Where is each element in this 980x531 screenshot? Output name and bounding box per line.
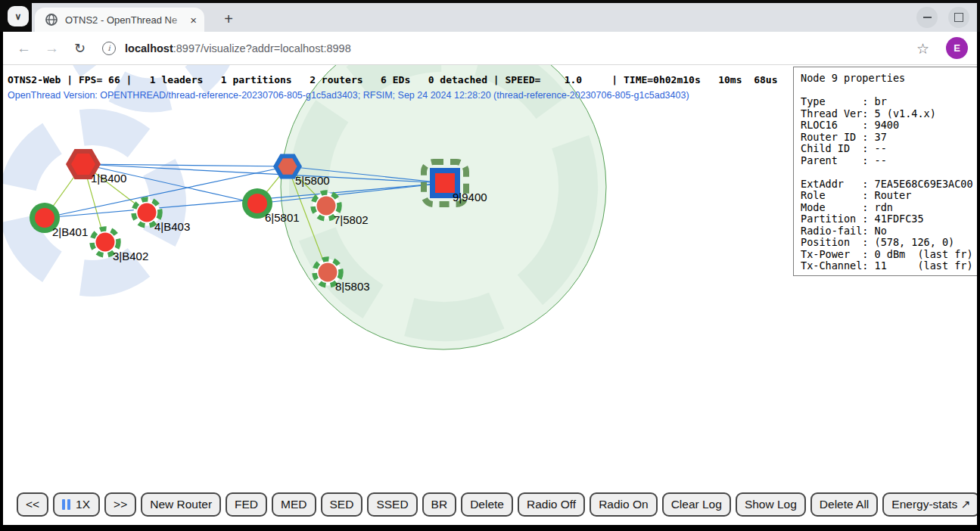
radio-on-button[interactable]: Radio On [590,492,657,517]
clear-log-button[interactable]: Clear Log [662,492,731,517]
node-2-label: 2|B401 [52,225,88,238]
tab-close-icon[interactable]: × [188,14,198,26]
new-router-button[interactable]: New Router [141,492,221,517]
window-titlebar: ∨ OTNS2 - OpenThread Ne × + [0,0,980,32]
address-bar[interactable]: localhost:8997/visualize?addr=localhost:… [125,42,351,54]
screenshot-root: { "browser": { "tab_title": "OTNS2 - Ope… [0,0,980,531]
minimize-button[interactable] [916,7,938,28]
show-log-button[interactable]: Show Log [736,492,806,517]
site-info-icon[interactable]: i [102,42,116,55]
window-controls [916,7,969,28]
new-tab-button[interactable]: + [218,8,239,30]
br-button[interactable]: BR [422,492,457,517]
med-button[interactable]: MED [272,492,316,517]
ssed-button[interactable]: SSED [367,492,417,517]
node-4-label: 4|B403 [154,220,190,233]
back-icon[interactable]: ← [17,41,31,55]
node-8-label: 8|5803 [335,280,370,293]
node-5-label: 5|5800 [295,174,330,187]
tab-title: OTNS2 - OpenThread Ne [65,14,188,26]
pause-icon [62,499,65,510]
reload-icon[interactable]: ↻ [74,40,86,56]
speed-button[interactable]: 1X [53,492,100,517]
node-8-core [319,263,338,282]
maximize-icon [954,13,963,22]
openthread-version-line: OpenThread Version: OPENTHREAD/thread-re… [8,90,689,101]
energy-stats-button[interactable]: Energy-stats ↗ [882,492,977,517]
window-menu-chevron-icon[interactable]: ∨ [8,6,29,26]
node-3-core [96,233,115,252]
simulation-status-line: OTNS2-Web | FPS= 66 | 1 leaders 1 partit… [8,74,777,85]
forward-icon[interactable]: → [45,41,59,55]
delete-all-button[interactable]: Delete All [810,492,878,517]
node-6-label: 6|5801 [265,211,300,224]
watermark-ring [3,107,188,298]
minimize-icon [923,17,932,18]
node-7-core [317,197,336,216]
pause-icon [67,499,70,510]
fed-button[interactable]: FED [226,492,267,517]
browser-navbar: ← → ↻ i localhost:8997/visualize?addr=lo… [3,32,977,65]
globe-favicon-icon [45,14,58,26]
node-9-label: 9|9400 [453,191,487,203]
radio-off-button[interactable]: Radio Off [518,492,585,517]
sed-button[interactable]: SED [321,492,363,517]
browser-tab[interactable]: OTNS2 - OpenThread Ne × [35,8,204,32]
node-properties-panel: Node 9 properties Type : br Thread Ver: … [793,67,977,276]
url-path: :8997/visualize?addr=localhost:8998 [173,42,351,54]
visualizer-canvas-area: 1|B4002|B4013|B4024|B4035|58006|58017|58… [3,65,977,525]
profile-avatar[interactable]: E [946,37,968,59]
rewind-button[interactable]: << [17,492,48,517]
node-4-core [138,203,157,222]
node-7-label: 7|5802 [334,213,369,226]
forward-button[interactable]: >> [104,492,136,517]
url-host: localhost [125,42,173,54]
control-button-bar: <<1X>>New RouterFEDMEDSEDSSEDBRDeleteRad… [17,492,977,517]
maximize-button[interactable] [948,7,969,28]
tab-strip: OTNS2 - OpenThread Ne × + [32,3,977,32]
delete-button[interactable]: Delete [461,492,513,517]
bookmark-star-icon[interactable]: ☆ [916,40,929,57]
node-3-label: 3|B402 [113,250,148,262]
node-1-label: 1|B400 [91,172,126,185]
